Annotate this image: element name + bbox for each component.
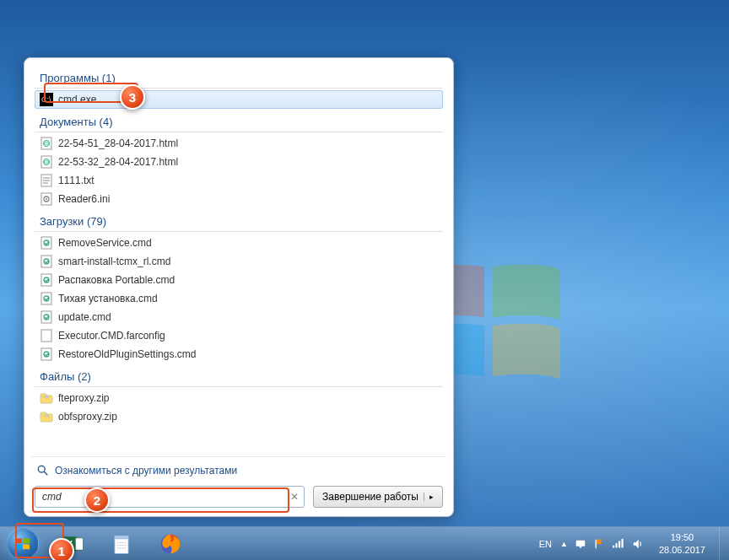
- cmd-file-icon: [40, 236, 53, 250]
- shutdown-label: Завершение работы: [322, 491, 418, 503]
- result-item[interactable]: Reader6.ini: [35, 190, 443, 208]
- result-item[interactable]: smart-install-tcmx_rl.cmd: [35, 252, 443, 271]
- start-menu: Программы (1)C:\cmd.exeДокументы (4)22-5…: [24, 57, 454, 517]
- html-icon: [40, 155, 53, 169]
- cmd-file-icon: [40, 273, 53, 287]
- result-item-label: smart-install-tcmx_rl.cmd: [58, 256, 170, 267]
- html-icon: [40, 137, 53, 150]
- cmd-file-icon: [40, 347, 53, 361]
- language-indicator[interactable]: EN: [539, 539, 552, 549]
- result-item-label: Тихая установка.cmd: [58, 293, 158, 304]
- show-desktop-button[interactable]: [719, 527, 729, 561]
- file-icon: [40, 329, 53, 342]
- clock-date: 28.06.2017: [659, 544, 705, 556]
- result-item[interactable]: RestoreOldPluginSettings.cmd: [35, 345, 443, 363]
- callout-3: 3: [120, 84, 145, 110]
- result-item[interactable]: C:\cmd.exe: [35, 90, 443, 109]
- cmd-file-icon: [40, 255, 53, 268]
- volume-icon[interactable]: [632, 538, 644, 550]
- taskbar: X EN ▲ 19:50 28.06.2017: [0, 526, 729, 560]
- search-input[interactable]: [35, 491, 304, 503]
- svg-rect-26: [41, 348, 51, 360]
- result-item[interactable]: RemoveService.cmd: [35, 234, 443, 252]
- svg-rect-19: [41, 274, 51, 286]
- result-item-label: 1111.txt: [58, 175, 94, 186]
- result-item[interactable]: 1111.txt: [35, 171, 443, 190]
- svg-rect-30: [45, 396, 48, 398]
- callout-2: 2: [84, 487, 110, 513]
- result-item[interactable]: 22-54-51_28-04-2017.html: [35, 134, 443, 153]
- more-results-label: Ознакомиться с другими результатами: [55, 465, 237, 477]
- system-tray: EN ▲ 19:50 28.06.2017: [532, 531, 719, 556]
- txt-icon: [40, 174, 53, 187]
- svg-rect-50: [621, 538, 623, 547]
- svg-rect-23: [41, 311, 51, 323]
- shutdown-arrow-icon[interactable]: ▸: [424, 493, 434, 501]
- svg-rect-32: [40, 412, 46, 415]
- svg-rect-38: [76, 538, 84, 550]
- result-item-label: fteproxy.zip: [58, 392, 109, 404]
- result-item-label: RestoreOldPluginSettings.cmd: [58, 348, 196, 360]
- taskbar-clock[interactable]: 19:50 28.06.2017: [652, 531, 712, 556]
- svg-rect-29: [40, 394, 46, 396]
- svg-rect-49: [618, 541, 620, 547]
- svg-rect-48: [615, 543, 617, 547]
- section-header-documents: Документы (4): [35, 112, 443, 132]
- ini-icon: [40, 192, 53, 206]
- firefox-icon: [159, 532, 182, 556]
- cmd-icon: C:\: [40, 93, 53, 106]
- result-item-label: 22-53-32_28-04-2017.html: [58, 156, 178, 168]
- svg-rect-17: [41, 256, 51, 267]
- result-item[interactable]: 22-53-32_28-04-2017.html: [35, 153, 443, 171]
- result-item[interactable]: obfsproxy.zip: [35, 407, 443, 426]
- section-header-programs: Программы (1): [35, 68, 443, 89]
- svg-rect-21: [41, 293, 51, 304]
- zip-icon: [40, 391, 53, 405]
- svg-rect-45: [576, 540, 586, 546]
- search-icon: [36, 464, 50, 477]
- taskbar-item-firefox[interactable]: [147, 529, 194, 559]
- svg-rect-46: [596, 539, 597, 548]
- action-center-icon[interactable]: [575, 538, 586, 550]
- taskbar-item-notepad[interactable]: [98, 529, 145, 559]
- search-box[interactable]: ✕: [35, 486, 305, 508]
- section-header-downloads: Загрузки (79): [35, 212, 443, 232]
- svg-point-14: [46, 198, 47, 200]
- svg-rect-40: [115, 536, 128, 539]
- network-icon[interactable]: [612, 538, 625, 550]
- svg-rect-2: [41, 137, 51, 149]
- result-item-label: 22-54-51_28-04-2017.html: [58, 137, 178, 149]
- clock-time: 19:50: [659, 531, 705, 543]
- result-item[interactable]: Тихая установка.cmd: [35, 289, 443, 308]
- clear-search-icon[interactable]: ✕: [290, 491, 299, 503]
- result-item[interactable]: Распаковка Portable.cmd: [35, 271, 443, 289]
- systray-icons: ▲: [560, 538, 644, 550]
- svg-rect-47: [613, 545, 614, 547]
- result-item-label: RemoveService.cmd: [58, 237, 152, 249]
- svg-rect-5: [41, 156, 51, 168]
- tray-chevron-icon[interactable]: ▲: [560, 540, 568, 548]
- zip-icon: [40, 410, 53, 423]
- svg-rect-33: [45, 415, 48, 417]
- svg-point-34: [38, 466, 45, 472]
- result-item[interactable]: update.cmd: [35, 308, 443, 326]
- callout-1: 1: [49, 538, 74, 560]
- more-results-link[interactable]: Ознакомиться с другими результатами: [31, 456, 446, 481]
- svg-line-35: [44, 471, 47, 475]
- result-item-label: cmd.exe: [58, 94, 96, 105]
- notepad-icon: [111, 533, 132, 555]
- section-header-files: Файлы (2): [35, 367, 443, 387]
- result-item[interactable]: fteproxy.zip: [35, 389, 443, 407]
- search-results: Программы (1)C:\cmd.exeДокументы (4)22-5…: [31, 65, 446, 451]
- result-item-label: Executor.CMD.farconfig: [58, 330, 165, 342]
- start-button[interactable]: [0, 527, 46, 561]
- result-item-label: Распаковка Portable.cmd: [58, 274, 175, 286]
- shutdown-button[interactable]: Завершение работы ▸: [313, 486, 443, 508]
- result-item-label: update.cmd: [58, 311, 111, 323]
- cmd-file-icon: [40, 292, 53, 305]
- result-item[interactable]: Executor.CMD.farconfig: [35, 326, 443, 345]
- svg-rect-15: [41, 237, 51, 249]
- svg-text:C:\: C:\: [41, 95, 51, 104]
- start-orb-icon: [7, 528, 39, 560]
- flag-icon[interactable]: [593, 538, 605, 550]
